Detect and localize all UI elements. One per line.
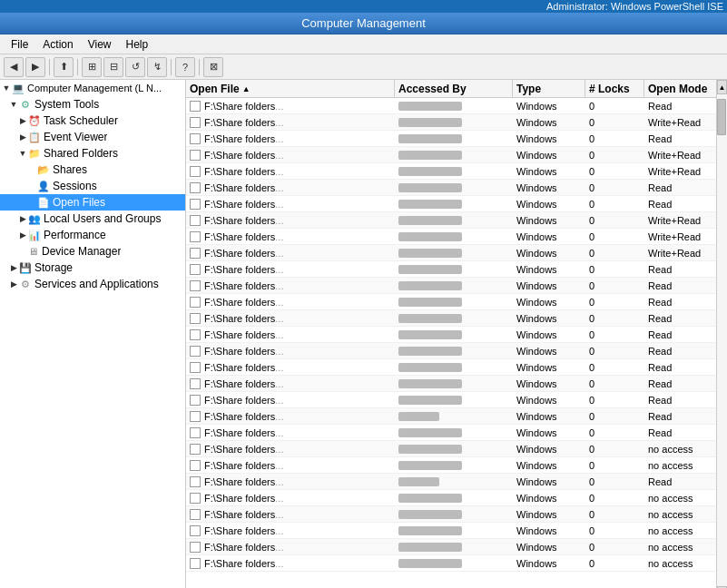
scrollbar-track[interactable] <box>717 94 727 586</box>
row-checkbox[interactable] <box>190 346 201 357</box>
header-type[interactable]: Type <box>513 80 585 97</box>
row-checkbox[interactable] <box>190 166 201 177</box>
header-locks[interactable]: # Locks <box>585 80 644 97</box>
table-row[interactable]: F:\Share folders ...c•••••••••Windows0Re… <box>186 294 716 310</box>
scroll-up-button[interactable]: ▲ <box>717 80 727 94</box>
row-checkbox[interactable] <box>190 150 201 161</box>
tree-item-services[interactable]: ▶ ⚙ Services and Applications <box>0 276 185 292</box>
table-row[interactable]: F:\Share folders ...D•••••••••Windows0Re… <box>186 327 716 343</box>
tree-item-root[interactable]: ▼ 💻 Computer Management (L N... <box>0 80 185 96</box>
refresh-button[interactable]: ↺ <box>125 57 145 77</box>
table-row[interactable]: F:\Share folders ...D•••••••••Windows0no… <box>186 441 716 457</box>
table-row[interactable]: F:\Share folders ...e••••••Windows0Read <box>186 474 716 490</box>
row-checkbox[interactable] <box>190 509 201 520</box>
table-row[interactable]: F:\Share folders ...c•••••••••Windows0Wr… <box>186 163 716 180</box>
cell-type: Windows <box>513 327 585 342</box>
file-ellipsis: ... <box>275 509 283 520</box>
table-row[interactable]: F:\Share folders ...D•••••••••Windows0Re… <box>186 343 716 359</box>
tree-item-event-viewer[interactable]: ▶ 📋 Event Viewer <box>0 129 185 145</box>
table-row[interactable]: F:\Share folders ...S•••••••••Windows0Re… <box>186 261 716 278</box>
table-row[interactable]: F:\Share folders ...e•••••••••Windows0Re… <box>186 425 716 441</box>
menu-action[interactable]: Action <box>35 36 80 53</box>
table-row[interactable]: F:\Share folders ...e••••••Windows0Read <box>186 408 716 425</box>
row-checkbox[interactable] <box>190 411 201 422</box>
scrollbar-thumb[interactable] <box>717 99 726 135</box>
header-open-mode[interactable]: Open Mode <box>644 80 716 97</box>
scrollbar[interactable]: ▲ ▼ <box>716 80 727 588</box>
table-row[interactable]: F:\Share folders ...c•••••••••Windows0Wr… <box>186 114 716 131</box>
up-button[interactable]: ⬆ <box>54 57 74 77</box>
row-checkbox[interactable] <box>190 248 201 259</box>
table-row[interactable]: F:\Share folders ...n•••••••••Windows0Wr… <box>186 229 716 245</box>
table-row[interactable]: F:\Share folders ...a•••••••••Windows0no… <box>186 555 716 572</box>
tree-item-performance[interactable]: ▶ 📊 Performance <box>0 227 185 243</box>
hide-button[interactable]: ⊟ <box>103 57 123 77</box>
cell-open-file: F:\Share folders ... <box>186 229 395 244</box>
table-row[interactable]: F:\Share folders ...n•••••••••Windows0Wr… <box>186 212 716 229</box>
table-row[interactable]: F:\Share folders ...e•••••••••Windows0Re… <box>186 278 716 294</box>
row-checkbox[interactable] <box>190 264 201 275</box>
forward-button[interactable]: ▶ <box>25 57 45 77</box>
table-row[interactable]: F:\Share folders ...a•••••••••Windows0no… <box>186 523 716 539</box>
tree-item-storage[interactable]: ▶ 💾 Storage <box>0 260 185 276</box>
table-row[interactable]: F:\Share folders ...a•••••••••Windows0no… <box>186 539 716 555</box>
table-row[interactable]: F:\Share folders ...n•••••••••Windows0Re… <box>186 180 716 196</box>
row-checkbox[interactable] <box>190 313 201 324</box>
table-row[interactable]: F:\Share folders ...n•••••••••Windows0Re… <box>186 376 716 392</box>
menu-view[interactable]: View <box>81 36 119 53</box>
row-checkbox[interactable] <box>190 231 201 242</box>
table-row[interactable]: F:\Share folders ...c•••••••••Windows0Re… <box>186 310 716 327</box>
mmc-button[interactable]: ⊠ <box>203 57 223 77</box>
row-checkbox[interactable] <box>190 297 201 308</box>
row-checkbox[interactable] <box>190 117 201 128</box>
table-row[interactable]: F:\Share folders ...c•••••••••Windows0Re… <box>186 98 716 114</box>
header-accessed-by[interactable]: Accessed By <box>395 80 513 97</box>
row-checkbox[interactable] <box>190 476 201 487</box>
toolbar-separator-1 <box>49 59 50 75</box>
table-row[interactable]: F:\Share folders ...e•••••••••Windows0no… <box>186 457 716 474</box>
tree-item-system-tools[interactable]: ▼ ⚙ System Tools <box>0 96 185 113</box>
row-checkbox[interactable] <box>190 542 201 553</box>
row-checkbox[interactable] <box>190 101 201 112</box>
row-checkbox[interactable] <box>190 444 201 455</box>
export-button[interactable]: ↯ <box>147 57 167 77</box>
row-checkbox[interactable] <box>190 427 201 438</box>
table-row[interactable]: F:\Share folders ...n•••••••••Windows0Wr… <box>186 245 716 261</box>
row-checkbox[interactable] <box>190 280 201 291</box>
menu-file[interactable]: File <box>4 36 35 53</box>
menu-help[interactable]: Help <box>119 36 156 53</box>
tree-item-shared-folders[interactable]: ▼ 📁 Shared Folders <box>0 145 185 162</box>
tree-item-open-files[interactable]: 📄 Open Files <box>0 194 185 211</box>
file-path: F:\Share folders <box>204 558 275 569</box>
table-row[interactable]: F:\Share folders ...n•••••••••Windows0Re… <box>186 196 716 212</box>
tree-item-local-users[interactable]: ▶ 👥 Local Users and Groups <box>0 211 185 227</box>
tree-item-shares[interactable]: 📂 Shares <box>0 162 185 178</box>
table-row[interactable]: F:\Share folders ...e•••••••••Windows0no… <box>186 506 716 523</box>
tree-item-device-manager[interactable]: 🖥 Device Manager <box>0 243 185 260</box>
cell-open-file: F:\Share folders ... <box>186 506 395 522</box>
row-checkbox[interactable] <box>190 558 201 569</box>
row-checkbox[interactable] <box>190 215 201 226</box>
show-button[interactable]: ⊞ <box>82 57 102 77</box>
row-checkbox[interactable] <box>190 395 201 406</box>
table-row[interactable]: F:\Share folders ...i•••••••••Windows0Re… <box>186 359 716 376</box>
back-button[interactable]: ◀ <box>4 57 24 77</box>
tree-item-task-scheduler[interactable]: ▶ ⏰ Task Scheduler <box>0 113 185 129</box>
row-checkbox[interactable] <box>190 525 201 536</box>
row-checkbox[interactable] <box>190 362 201 373</box>
table-row[interactable]: F:\Share folders ...a•••••••••Windows0Re… <box>186 392 716 408</box>
main-area: ▼ 💻 Computer Management (L N... ▼ ⚙ Syst… <box>0 80 727 588</box>
help-button[interactable]: ? <box>175 57 195 77</box>
table-row[interactable]: F:\Share folders ...c•••••••••Windows0Wr… <box>186 147 716 163</box>
row-checkbox[interactable] <box>190 493 201 504</box>
row-checkbox[interactable] <box>190 378 201 389</box>
table-row[interactable]: F:\Share folders ...e•••••••••Windows0no… <box>186 490 716 506</box>
row-checkbox[interactable] <box>190 182 201 193</box>
row-checkbox[interactable] <box>190 199 201 210</box>
row-checkbox[interactable] <box>190 133 201 144</box>
row-checkbox[interactable] <box>190 329 201 340</box>
table-row[interactable]: F:\Share folders ...c•••••••••Windows0Re… <box>186 131 716 147</box>
header-open-file[interactable]: Open File ▲ <box>186 80 395 97</box>
tree-item-sessions[interactable]: 👤 Sessions <box>0 178 185 194</box>
row-checkbox[interactable] <box>190 460 201 471</box>
